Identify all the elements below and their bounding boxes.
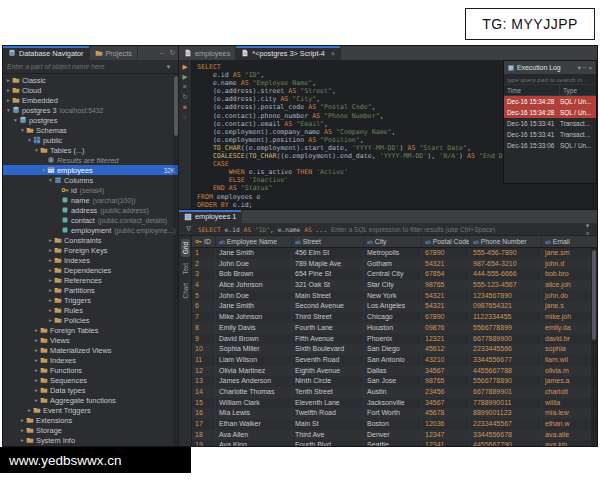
log-row[interactable]: Dec-16 15:33:41Transact...: [504, 129, 596, 140]
tree-item-embedded[interactable]: ▸Embedded: [3, 95, 178, 105]
column-header-street[interactable]: abStreet: [292, 236, 364, 247]
expand-arrow-icon[interactable]: ▸: [47, 307, 54, 313]
tree-item-partitions[interactable]: ▸Partitions: [3, 285, 178, 295]
cell[interactable]: 67854: [422, 269, 470, 280]
cell[interactable]: willia: [542, 398, 597, 409]
log-row[interactable]: Dec-16 15:33:41Transact...: [504, 118, 596, 129]
table-row[interactable]: 16Mia LewisTwelfth RoadFort Worth4567888…: [192, 408, 597, 419]
cell[interactable]: olivia.m: [542, 366, 597, 377]
tree-item-extensions[interactable]: ▸Extensions: [3, 415, 178, 425]
cell[interactable]: Eleventh Lane: [292, 398, 364, 409]
log-column-type[interactable]: Type: [560, 87, 577, 94]
cell[interactable]: Alice Johnson: [216, 280, 292, 291]
expand-arrow-icon[interactable]: ▸: [5, 77, 12, 83]
tree-scrollbar[interactable]: [173, 74, 178, 446]
expand-arrow-icon[interactable]: ▸: [33, 367, 40, 373]
cell[interactable]: 444-555-6666: [470, 269, 542, 280]
cell[interactable]: Mia Lewis: [216, 408, 292, 419]
tree-item-policies[interactable]: ▸Policies: [3, 315, 178, 325]
table-row[interactable]: 12Olivia MartinezEighth AvenueDallas3456…: [192, 366, 597, 377]
cell[interactable]: 98765: [422, 376, 470, 387]
cell[interactable]: James Anderson: [216, 376, 292, 387]
tree-item-cloud[interactable]: ▸Cloud: [3, 85, 178, 95]
cell[interactable]: Fifth Avenue: [292, 334, 364, 345]
cell[interactable]: Jane Smith: [216, 301, 292, 312]
tree-item-triggers[interactable]: ▸Triggers: [3, 295, 178, 305]
tree-item-classic[interactable]: ▸Classic: [3, 75, 178, 85]
cell[interactable]: 4455667790: [470, 440, 542, 446]
cell[interactable]: 8899001123: [470, 408, 542, 419]
cell[interactable]: John Doe: [216, 291, 292, 302]
cell[interactable]: New York: [364, 291, 422, 302]
cell[interactable]: Sixth Boulevard: [292, 344, 364, 355]
execution-log-search[interactable]: type query part to search in...: [504, 74, 596, 85]
tab-projects[interactable]: Projects: [90, 46, 138, 60]
settings-icon[interactable]: ○: [183, 113, 187, 120]
cell[interactable]: Houston: [364, 323, 422, 334]
tree-item-functions[interactable]: ▸Functions: [3, 365, 178, 375]
stop-icon[interactable]: ■: [183, 103, 187, 110]
cell[interactable]: 555-456-7890: [470, 248, 542, 259]
expand-arrow-icon[interactable]: ▾: [40, 167, 47, 173]
filter-funnel-icon[interactable]: ▾: [163, 63, 174, 71]
cell[interactable]: Fort Worth: [364, 408, 422, 419]
cell[interactable]: Mike Johnson: [216, 312, 292, 323]
cell[interactable]: David Brown: [216, 334, 292, 345]
tree-item-name[interactable]: name(varchar(100)): [3, 195, 178, 205]
results-tab-employees-1[interactable]: employees 1: [179, 210, 242, 223]
tree-item-constraints[interactable]: ▸Constraints: [3, 235, 178, 245]
cell[interactable]: Fourth Lane: [292, 323, 364, 334]
cell[interactable]: 3344556678: [470, 430, 542, 441]
cell[interactable]: Olivia Martinez: [216, 366, 292, 377]
cell[interactable]: 2: [192, 259, 216, 270]
cell[interactable]: Central City: [364, 269, 422, 280]
tree-item-dependencies[interactable]: ▸Dependencies: [3, 265, 178, 275]
cell[interactable]: alice.joh: [542, 280, 597, 291]
table-row[interactable]: 18Ava AllenThird AveDenver12347334455667…: [192, 430, 597, 441]
cell[interactable]: 34567: [422, 398, 470, 409]
table-row[interactable]: 3Bob Brown654 Pine StCentral City6785444…: [192, 269, 597, 280]
cell[interactable]: Jacksonville: [364, 398, 422, 409]
log-row[interactable]: Dec-16 15:34:28SQL / Un...: [504, 107, 596, 118]
cell[interactable]: Twelfth Road: [292, 408, 364, 419]
table-row[interactable]: 4Alice Johnson321 Oak StStar City9876555…: [192, 280, 597, 291]
cell[interactable]: 555-123-4567: [470, 280, 542, 291]
table-row[interactable]: 11Liam WilsonSeventh RoadSan Antonio4321…: [192, 355, 597, 366]
cell[interactable]: 3: [192, 269, 216, 280]
cell[interactable]: 45678: [422, 408, 470, 419]
execute-script-icon[interactable]: ▶: [183, 73, 188, 80]
cell[interactable]: 12321: [422, 334, 470, 345]
column-header-employee-name[interactable]: abEmployee Name: [216, 236, 292, 247]
cell[interactable]: 18: [192, 430, 216, 441]
cell[interactable]: William Clark: [216, 398, 292, 409]
cell[interactable]: ava.alle: [542, 430, 597, 441]
tab-database-navigator[interactable]: Database Navigator: [3, 46, 90, 60]
collapse-all-icon[interactable]: −: [156, 46, 167, 60]
cell[interactable]: john.d: [542, 259, 597, 270]
expand-arrow-icon[interactable]: ▸: [19, 417, 26, 423]
close-icon[interactable]: ×: [587, 64, 593, 71]
cell[interactable]: Ninth Circle: [292, 376, 364, 387]
cell[interactable]: Second Avenue: [292, 301, 364, 312]
tree-item-id[interactable]: id(serial4): [3, 185, 178, 195]
cell[interactable]: Metropolis: [364, 248, 422, 259]
table-row[interactable]: 14Charlotte ThomasTenth StreetAustin2345…: [192, 387, 597, 398]
cell[interactable]: 2233445566: [470, 344, 542, 355]
cell[interactable]: San Diego: [364, 344, 422, 355]
column-header-email[interactable]: abEmail: [542, 236, 597, 247]
results-filter-hint[interactable]: Enter a SQL expression to filter results…: [331, 226, 578, 233]
cell[interactable]: 4: [192, 280, 216, 291]
filter-icon[interactable]: ∇: [183, 225, 194, 233]
cell[interactable]: 34567: [422, 366, 470, 377]
cell[interactable]: john.do: [542, 291, 597, 302]
expand-arrow-icon[interactable]: ▸: [33, 357, 40, 363]
cell[interactable]: mia.lew: [542, 408, 597, 419]
cell[interactable]: 23456: [422, 387, 470, 398]
cell[interactable]: 54321: [422, 259, 470, 270]
expand-arrow-icon[interactable]: ▸: [33, 397, 40, 403]
cell[interactable]: 09876: [422, 323, 470, 334]
cell[interactable]: james.a: [542, 376, 597, 387]
cell[interactable]: 7: [192, 312, 216, 323]
cell[interactable]: jane.sm: [542, 248, 597, 259]
cell[interactable]: Fourth Blvd: [292, 440, 364, 446]
